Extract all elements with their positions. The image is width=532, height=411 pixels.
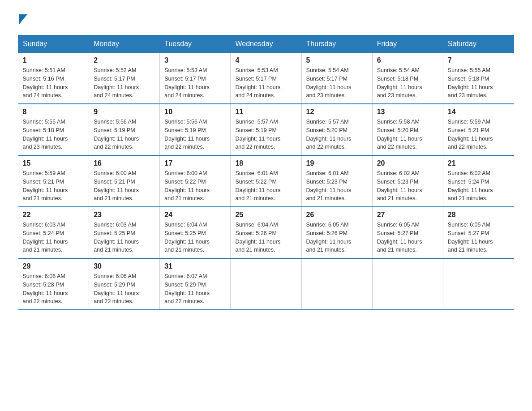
day-number: 3 bbox=[164, 56, 226, 64]
day-info: Sunrise: 5:54 AMSunset: 5:17 PMDaylight:… bbox=[306, 66, 368, 100]
day-info: Sunrise: 6:00 AMSunset: 5:21 PMDaylight:… bbox=[94, 169, 155, 203]
day-info: Sunrise: 5:55 AMSunset: 5:18 PMDaylight:… bbox=[448, 66, 510, 100]
day-info: Sunrise: 6:02 AMSunset: 5:23 PMDaylight:… bbox=[377, 169, 438, 203]
header-day-monday: Monday bbox=[89, 35, 160, 53]
day-info: Sunrise: 5:53 AMSunset: 5:17 PMDaylight:… bbox=[164, 66, 226, 100]
day-info: Sunrise: 5:57 AMSunset: 5:19 PMDaylight:… bbox=[235, 118, 296, 151]
day-info: Sunrise: 6:04 AMSunset: 5:25 PMDaylight:… bbox=[164, 221, 226, 254]
calendar-cell: 25Sunrise: 6:04 AMSunset: 5:26 PMDayligh… bbox=[231, 207, 301, 258]
day-info: Sunrise: 5:59 AMSunset: 5:21 PMDaylight:… bbox=[23, 169, 85, 203]
day-info: Sunrise: 6:01 AMSunset: 5:22 PMDaylight:… bbox=[235, 169, 296, 203]
day-number: 17 bbox=[164, 159, 226, 167]
day-info: Sunrise: 5:57 AMSunset: 5:20 PMDaylight:… bbox=[306, 118, 368, 151]
day-number: 23 bbox=[94, 211, 155, 219]
day-info: Sunrise: 5:56 AMSunset: 5:19 PMDaylight:… bbox=[94, 118, 155, 151]
day-number: 2 bbox=[94, 56, 155, 64]
day-info: Sunrise: 6:03 AMSunset: 5:25 PMDaylight:… bbox=[94, 221, 155, 254]
calendar-cell: 23Sunrise: 6:03 AMSunset: 5:25 PMDayligh… bbox=[89, 207, 160, 258]
calendar-cell: 29Sunrise: 6:06 AMSunset: 5:28 PMDayligh… bbox=[18, 258, 89, 310]
day-number: 10 bbox=[164, 108, 226, 116]
day-number: 6 bbox=[377, 56, 438, 64]
day-info: Sunrise: 6:02 AMSunset: 5:24 PMDaylight:… bbox=[448, 169, 510, 203]
calendar-week-row: 29Sunrise: 6:06 AMSunset: 5:28 PMDayligh… bbox=[18, 258, 514, 310]
day-number: 25 bbox=[235, 211, 296, 219]
calendar-cell bbox=[443, 258, 514, 310]
logo bbox=[18, 13, 27, 26]
calendar-week-row: 8Sunrise: 5:55 AMSunset: 5:18 PMDaylight… bbox=[18, 104, 514, 155]
day-number: 27 bbox=[377, 211, 438, 219]
calendar-header-row: SundayMondayTuesdayWednesdayThursdayFrid… bbox=[18, 35, 514, 53]
day-info: Sunrise: 6:06 AMSunset: 5:28 PMDaylight:… bbox=[23, 272, 85, 306]
calendar-cell: 21Sunrise: 6:02 AMSunset: 5:24 PMDayligh… bbox=[443, 155, 514, 207]
day-info: Sunrise: 6:03 AMSunset: 5:24 PMDaylight:… bbox=[23, 221, 85, 254]
day-info: Sunrise: 6:05 AMSunset: 5:27 PMDaylight:… bbox=[377, 221, 438, 254]
day-number: 26 bbox=[306, 211, 368, 219]
day-info: Sunrise: 6:07 AMSunset: 5:29 PMDaylight:… bbox=[164, 272, 226, 306]
header-day-thursday: Thursday bbox=[301, 35, 372, 53]
calendar-cell: 27Sunrise: 6:05 AMSunset: 5:27 PMDayligh… bbox=[372, 207, 443, 258]
day-number: 4 bbox=[235, 56, 296, 64]
calendar-cell: 15Sunrise: 5:59 AMSunset: 5:21 PMDayligh… bbox=[18, 155, 89, 207]
calendar-week-row: 15Sunrise: 5:59 AMSunset: 5:21 PMDayligh… bbox=[18, 155, 514, 207]
day-number: 24 bbox=[164, 211, 226, 219]
calendar-cell: 14Sunrise: 5:59 AMSunset: 5:21 PMDayligh… bbox=[443, 104, 514, 155]
calendar-cell: 13Sunrise: 5:58 AMSunset: 5:20 PMDayligh… bbox=[372, 104, 443, 155]
calendar-cell: 19Sunrise: 6:01 AMSunset: 5:23 PMDayligh… bbox=[301, 155, 372, 207]
calendar-cell: 17Sunrise: 6:00 AMSunset: 5:22 PMDayligh… bbox=[160, 155, 231, 207]
calendar-table: SundayMondayTuesdayWednesdayThursdayFrid… bbox=[18, 35, 514, 310]
day-info: Sunrise: 6:05 AMSunset: 5:26 PMDaylight:… bbox=[306, 221, 368, 254]
day-info: Sunrise: 5:59 AMSunset: 5:21 PMDaylight:… bbox=[448, 118, 510, 151]
header-day-tuesday: Tuesday bbox=[160, 35, 231, 53]
day-info: Sunrise: 5:52 AMSunset: 5:17 PMDaylight:… bbox=[94, 66, 155, 100]
calendar-cell: 5Sunrise: 5:54 AMSunset: 5:17 PMDaylight… bbox=[301, 53, 372, 104]
calendar-cell: 20Sunrise: 6:02 AMSunset: 5:23 PMDayligh… bbox=[372, 155, 443, 207]
day-info: Sunrise: 5:54 AMSunset: 5:18 PMDaylight:… bbox=[377, 66, 438, 100]
svg-marker-0 bbox=[19, 14, 27, 24]
day-number: 18 bbox=[235, 159, 296, 167]
day-info: Sunrise: 6:06 AMSunset: 5:29 PMDaylight:… bbox=[94, 272, 155, 306]
calendar-cell: 4Sunrise: 5:53 AMSunset: 5:17 PMDaylight… bbox=[231, 53, 301, 104]
day-number: 20 bbox=[377, 159, 438, 167]
day-number: 7 bbox=[448, 56, 510, 64]
day-info: Sunrise: 5:56 AMSunset: 5:19 PMDaylight:… bbox=[164, 118, 226, 151]
calendar-cell: 18Sunrise: 6:01 AMSunset: 5:22 PMDayligh… bbox=[231, 155, 301, 207]
day-number: 28 bbox=[448, 211, 510, 219]
day-number: 11 bbox=[235, 108, 296, 116]
calendar-cell: 9Sunrise: 5:56 AMSunset: 5:19 PMDaylight… bbox=[89, 104, 160, 155]
calendar-cell: 12Sunrise: 5:57 AMSunset: 5:20 PMDayligh… bbox=[301, 104, 372, 155]
day-number: 13 bbox=[377, 108, 438, 116]
calendar-cell: 22Sunrise: 6:03 AMSunset: 5:24 PMDayligh… bbox=[18, 207, 89, 258]
header-day-sunday: Sunday bbox=[18, 35, 89, 53]
calendar-cell bbox=[372, 258, 443, 310]
day-number: 14 bbox=[448, 108, 510, 116]
calendar-week-row: 22Sunrise: 6:03 AMSunset: 5:24 PMDayligh… bbox=[18, 207, 514, 258]
day-info: Sunrise: 5:53 AMSunset: 5:17 PMDaylight:… bbox=[235, 66, 296, 100]
day-number: 12 bbox=[306, 108, 368, 116]
calendar-cell: 28Sunrise: 6:05 AMSunset: 5:27 PMDayligh… bbox=[443, 207, 514, 258]
day-info: Sunrise: 5:55 AMSunset: 5:18 PMDaylight:… bbox=[23, 118, 85, 151]
day-number: 21 bbox=[448, 159, 510, 167]
calendar-cell: 11Sunrise: 5:57 AMSunset: 5:19 PMDayligh… bbox=[231, 104, 301, 155]
calendar-cell: 8Sunrise: 5:55 AMSunset: 5:18 PMDaylight… bbox=[18, 104, 89, 155]
calendar-cell bbox=[301, 258, 372, 310]
calendar-cell: 26Sunrise: 6:05 AMSunset: 5:26 PMDayligh… bbox=[301, 207, 372, 258]
day-info: Sunrise: 5:58 AMSunset: 5:20 PMDaylight:… bbox=[377, 118, 438, 151]
calendar-cell bbox=[231, 258, 301, 310]
day-number: 15 bbox=[23, 159, 85, 167]
calendar-cell: 10Sunrise: 5:56 AMSunset: 5:19 PMDayligh… bbox=[160, 104, 231, 155]
day-info: Sunrise: 5:51 AMSunset: 5:16 PMDaylight:… bbox=[23, 66, 85, 100]
calendar-cell: 31Sunrise: 6:07 AMSunset: 5:29 PMDayligh… bbox=[160, 258, 231, 310]
day-number: 29 bbox=[23, 262, 85, 270]
calendar-cell: 2Sunrise: 5:52 AMSunset: 5:17 PMDaylight… bbox=[89, 53, 160, 104]
day-number: 16 bbox=[94, 159, 155, 167]
day-number: 22 bbox=[23, 211, 85, 219]
day-number: 8 bbox=[23, 108, 85, 116]
day-info: Sunrise: 6:04 AMSunset: 5:26 PMDaylight:… bbox=[235, 221, 296, 254]
day-info: Sunrise: 6:01 AMSunset: 5:23 PMDaylight:… bbox=[306, 169, 368, 203]
calendar-cell: 1Sunrise: 5:51 AMSunset: 5:16 PMDaylight… bbox=[18, 53, 89, 104]
header-day-saturday: Saturday bbox=[443, 35, 514, 53]
calendar-cell: 7Sunrise: 5:55 AMSunset: 5:18 PMDaylight… bbox=[443, 53, 514, 104]
calendar-week-row: 1Sunrise: 5:51 AMSunset: 5:16 PMDaylight… bbox=[18, 53, 514, 104]
day-info: Sunrise: 6:00 AMSunset: 5:22 PMDaylight:… bbox=[164, 169, 226, 203]
calendar-cell: 30Sunrise: 6:06 AMSunset: 5:29 PMDayligh… bbox=[89, 258, 160, 310]
